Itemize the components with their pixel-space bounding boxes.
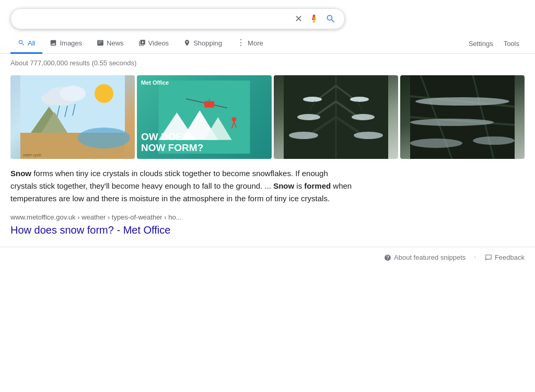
- settings-link[interactable]: Settings: [463, 34, 498, 53]
- bottom-bar: About featured snippets • Feedback: [0, 247, 535, 268]
- tab-shopping-label: Shopping: [193, 39, 222, 47]
- header: how is snow created ✕: [0, 0, 535, 29]
- image-metoffice[interactable]: Met Office OW DOESNOW FORM?: [137, 75, 272, 159]
- snippet-bold2: Snow: [273, 181, 294, 190]
- svg-point-36: [354, 132, 383, 139]
- svg-point-34: [352, 114, 375, 120]
- mic-icon[interactable]: [309, 14, 319, 24]
- tab-images-label: Images: [60, 39, 82, 47]
- svg-point-45: [410, 119, 494, 126]
- svg-point-20: [232, 117, 237, 122]
- snowy2-svg: [400, 75, 525, 159]
- metoffice-label-text: Met Office: [141, 79, 169, 86]
- shopping-icon: [183, 39, 191, 47]
- clear-icon[interactable]: ✕: [295, 13, 303, 25]
- feedback-icon: [485, 254, 492, 261]
- images-icon: [50, 39, 57, 47]
- tab-news-label: News: [107, 39, 124, 47]
- svg-text:water cycle: water cycle: [22, 153, 41, 157]
- videos-icon: [138, 39, 146, 47]
- tab-all[interactable]: All: [10, 34, 42, 54]
- tab-more[interactable]: ⋮ More: [229, 33, 271, 54]
- snippet-bold1: Snow: [10, 169, 31, 178]
- search-bar: how is snow created ✕: [10, 8, 345, 29]
- image-snowy2[interactable]: [400, 75, 525, 159]
- snowy1-svg: [274, 75, 398, 159]
- svg-point-2: [78, 128, 130, 148]
- question-icon: [384, 254, 391, 261]
- separator: •: [474, 253, 476, 261]
- svg-point-44: [415, 97, 509, 106]
- tab-all-label: All: [28, 39, 35, 47]
- svg-point-46: [410, 139, 462, 148]
- search-icon-btn[interactable]: [325, 14, 336, 24]
- metoffice-headline-text: OW DOESNOW FORM?: [141, 132, 203, 154]
- snippet-text2: is: [294, 181, 304, 190]
- svg-point-6: [95, 84, 113, 103]
- image-snowy1[interactable]: [274, 75, 398, 159]
- more-dots-icon: ⋮: [237, 39, 245, 47]
- snippet-bold3: formed: [304, 181, 331, 190]
- svg-point-47: [473, 136, 515, 145]
- image-watercycle[interactable]: water cycle: [10, 75, 135, 159]
- tab-more-label: More: [248, 39, 263, 47]
- svg-point-32: [350, 97, 369, 102]
- result-title-link[interactable]: How does snow form? - Met Office: [0, 223, 535, 247]
- tab-images[interactable]: Images: [42, 34, 89, 54]
- about-snippets-link[interactable]: About featured snippets: [384, 253, 466, 261]
- tab-videos[interactable]: Videos: [131, 34, 177, 54]
- news-icon: [97, 39, 104, 47]
- all-icon: [18, 39, 25, 47]
- about-snippets-label: About featured snippets: [394, 253, 466, 261]
- svg-point-5: [41, 93, 62, 105]
- svg-point-35: [289, 132, 318, 139]
- nav-tabs: All Images News Videos Shopping ⋮ More S…: [0, 29, 535, 54]
- source-url: www.metoffice.gov.uk › weather › types-o…: [0, 213, 535, 223]
- feedback-link[interactable]: Feedback: [485, 253, 525, 261]
- results-info: About 777,000,000 results (0.55 seconds): [0, 54, 535, 72]
- svg-rect-18: [204, 101, 214, 107]
- search-input[interactable]: how is snow created: [19, 14, 295, 24]
- images-row: water cycle Met Office OW DOESNOW FORM?: [0, 72, 535, 167]
- tools-link[interactable]: Tools: [498, 34, 525, 53]
- tab-videos-label: Videos: [148, 39, 169, 47]
- feedback-label: Feedback: [495, 253, 525, 261]
- snippet-section: Snow forms when tiny ice crystals in clo…: [0, 167, 366, 213]
- svg-point-33: [297, 114, 320, 120]
- svg-point-4: [60, 86, 86, 101]
- svg-point-31: [303, 97, 322, 102]
- watercycle-svg: water cycle: [10, 75, 135, 159]
- tab-shopping[interactable]: Shopping: [176, 34, 229, 54]
- search-icons: ✕: [295, 13, 336, 25]
- tab-news[interactable]: News: [89, 34, 131, 54]
